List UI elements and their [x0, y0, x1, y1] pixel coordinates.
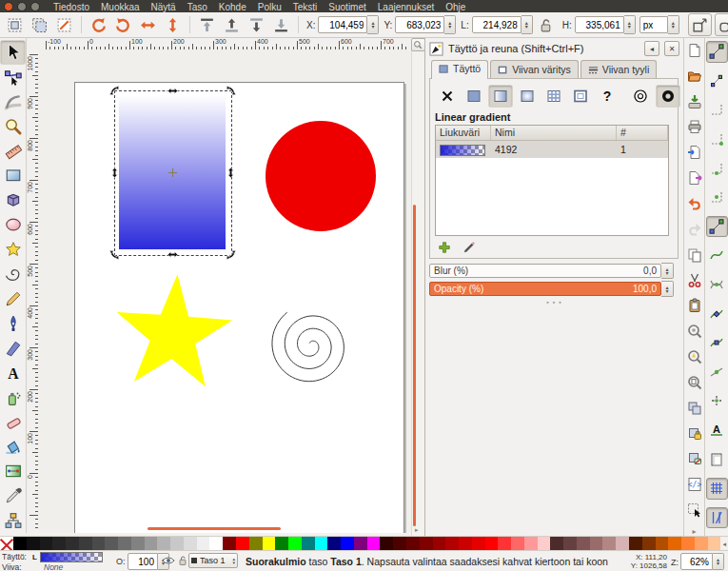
tool-box-3d[interactable] — [0, 187, 26, 212]
raise-to-top-button[interactable] — [195, 13, 219, 36]
snap-bbox-edge-midpoints-toggle[interactable] — [706, 157, 728, 179]
palette-swatch[interactable] — [288, 537, 302, 551]
palette-swatch[interactable] — [681, 537, 695, 551]
spinner[interactable]: ▴▾ — [521, 15, 533, 34]
y-input[interactable] — [396, 20, 443, 30]
palette-swatch[interactable] — [263, 537, 276, 551]
selection-center-mark[interactable] — [168, 168, 177, 177]
palette-swatch[interactable] — [302, 537, 315, 551]
zoom-input[interactable] — [681, 557, 712, 567]
palette-swatch[interactable] — [433, 537, 446, 551]
palette-swatch[interactable] — [197, 537, 210, 551]
lower-button[interactable] — [245, 13, 268, 36]
unlink-clone-button[interactable] — [684, 449, 705, 470]
selection-handle-n[interactable] — [167, 86, 178, 96]
panel-resize-grip[interactable]: ▪ ▪ ▪ — [425, 299, 683, 305]
tool-gradient[interactable] — [0, 459, 26, 483]
menu-suotimet[interactable]: Suotimet — [323, 2, 371, 12]
spinner[interactable]: ▴▾ — [624, 15, 636, 34]
horizontal-scrollbar-thumb[interactable] — [148, 527, 281, 530]
palette-swatch[interactable] — [406, 537, 420, 551]
tool-tweak[interactable] — [0, 89, 26, 114]
col-count[interactable]: # — [617, 126, 668, 140]
duplicate-button[interactable] — [684, 398, 705, 419]
opacity-spinner[interactable]: ▴▾ — [661, 281, 674, 297]
scale-rounded-corners-toggle[interactable] — [715, 13, 728, 36]
palette-swatch[interactable] — [66, 537, 79, 551]
xml-editor-button[interactable]: </> — [684, 474, 705, 495]
snap-text-baseline-toggle[interactable]: A — [706, 420, 728, 442]
snap-bbox-centers-toggle[interactable] — [706, 187, 728, 208]
copy-button[interactable] — [684, 245, 705, 266]
palette-swatch[interactable] — [420, 537, 433, 551]
tool-eraser[interactable] — [0, 410, 26, 435]
snap-nodes-toggle[interactable] — [706, 216, 728, 238]
layer-visibility-icon[interactable] — [162, 555, 176, 567]
sticky-zoom-toggle[interactable] — [411, 38, 425, 51]
selection-handle-s[interactable] — [167, 249, 178, 260]
h-input[interactable] — [576, 20, 623, 30]
blur-spinner[interactable]: ▴▾ — [661, 263, 674, 279]
l-input[interactable] — [473, 20, 521, 30]
fill-type-radial-gradient[interactable] — [515, 85, 540, 108]
snap-enable-toggle[interactable] — [706, 41, 728, 63]
zoom-field[interactable]: ▴▾ — [680, 553, 724, 570]
palette-swatch-none[interactable] — [0, 537, 13, 551]
window-maximize-icon[interactable] — [30, 2, 40, 11]
rotate-cw-button[interactable] — [111, 13, 135, 36]
palette-swatch[interactable] — [92, 537, 106, 551]
palette-swatch[interactable] — [472, 537, 485, 551]
palette-swatch[interactable] — [157, 537, 170, 551]
dock-undock-icon[interactable]: ◂ — [644, 41, 659, 56]
zoom-selection-button[interactable] — [684, 346, 705, 367]
palette-swatch[interactable] — [327, 537, 341, 551]
palette-swatch[interactable] — [695, 537, 708, 551]
palette-swatch[interactable] — [590, 537, 603, 551]
palette-swatch[interactable] — [538, 537, 551, 551]
tab-viivan-v-ritys[interactable]: Viivan väritys — [490, 60, 579, 79]
opacity-input[interactable] — [128, 557, 157, 567]
palette-swatch[interactable] — [223, 537, 236, 551]
tool-dropper[interactable] — [0, 483, 26, 508]
tool-pen[interactable] — [0, 311, 26, 336]
palette-swatch[interactable] — [577, 537, 590, 551]
flip-vertical-button[interactable] — [161, 13, 185, 36]
canvas[interactable] — [38, 49, 411, 533]
selection-handle-se[interactable] — [226, 249, 236, 260]
scale-stroke-width-toggle[interactable] — [688, 13, 712, 36]
window-minimize-icon[interactable] — [17, 2, 27, 11]
menu-kohde[interactable]: Kohde — [213, 2, 252, 12]
rotate-ccw-button[interactable] — [87, 13, 110, 36]
layer-selector[interactable]: Taso 1 ▴▾ — [188, 553, 238, 568]
palette-swatch[interactable] — [668, 537, 681, 551]
spinner[interactable]: ▴▾ — [367, 15, 379, 34]
fill-swatch[interactable] — [40, 552, 103, 562]
palette-swatch[interactable] — [40, 537, 53, 551]
gradient-row[interactable]: 4192 1 — [436, 141, 668, 158]
palette-swatch[interactable] — [485, 537, 499, 551]
unit-value[interactable] — [640, 20, 667, 30]
col-name[interactable]: Nimi — [491, 126, 617, 140]
menu-laajennukset[interactable]: Laajennukset — [372, 2, 441, 12]
zoom-page-button[interactable] — [684, 372, 705, 393]
palette-swatch[interactable] — [170, 537, 184, 551]
palette-swatch[interactable] — [445, 537, 459, 551]
select-all-button[interactable] — [3, 13, 27, 36]
snap-paths-toggle[interactable] — [706, 245, 728, 266]
menu-n-yt-[interactable]: Näytä — [146, 2, 182, 12]
palette-swatch[interactable] — [602, 537, 616, 551]
spinner[interactable]: ▴▾ — [444, 15, 456, 34]
palette-swatch[interactable] — [708, 537, 721, 551]
save-document-button[interactable] — [684, 91, 705, 112]
palette-swatch[interactable] — [629, 537, 642, 551]
fill-type-unknown[interactable]: ? — [595, 85, 620, 108]
menu-teksti[interactable]: Teksti — [287, 2, 324, 12]
tool-spiral[interactable] — [0, 262, 26, 286]
snap-path-intersections-toggle[interactable] — [706, 274, 728, 296]
palette-swatch[interactable] — [393, 537, 406, 551]
snap-guides-toggle[interactable] — [706, 507, 728, 529]
fill-type-flat-color[interactable] — [462, 85, 486, 108]
add-gradient-button[interactable] — [435, 239, 454, 255]
palette-swatch[interactable] — [145, 537, 158, 551]
selection-handle-sw[interactable] — [109, 249, 120, 260]
